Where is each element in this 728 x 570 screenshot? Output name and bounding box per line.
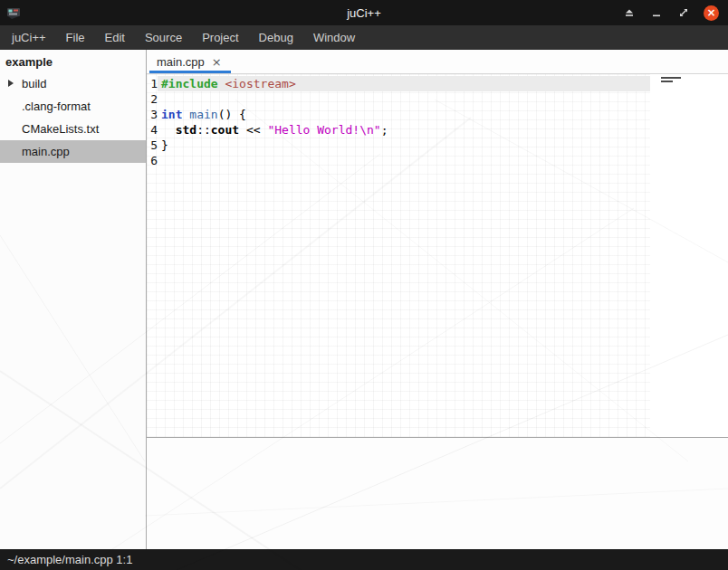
- tab-bar: main.cpp×: [147, 50, 728, 74]
- status-file-position: ~/example/main.cpp 1:1: [7, 553, 132, 566]
- code-lines: 1#include <iostream>23int main() {4 std:…: [147, 74, 650, 437]
- minimap-line: [661, 77, 681, 79]
- tab-label: main.cpp: [157, 55, 205, 69]
- menu-item-edit[interactable]: Edit: [95, 26, 135, 49]
- tab-close-icon[interactable]: ×: [212, 56, 222, 68]
- status-bar: ~/example/main.cpp 1:1: [0, 549, 728, 570]
- tree-root-folder[interactable]: example: [0, 50, 146, 72]
- close-button[interactable]: ×: [704, 5, 719, 21]
- menu-item-juci[interactable]: juCi++: [2, 26, 56, 49]
- tab-main-cpp[interactable]: main.cpp×: [149, 50, 231, 73]
- tree-item-main-cpp[interactable]: main.cpp: [0, 140, 146, 163]
- code-line[interactable]: 4 std::cout << "Hello World!\n";: [147, 122, 650, 138]
- code-text: std::cout << "Hello World!\n";: [158, 122, 650, 138]
- code-text: [158, 153, 650, 168]
- minimize-button[interactable]: [649, 5, 664, 20]
- code-line[interactable]: 6: [147, 153, 650, 168]
- line-number: 6: [147, 153, 158, 168]
- tree-item-label: build: [22, 77, 46, 90]
- tree-item-label: .clang-format: [22, 100, 91, 113]
- code-text: [158, 91, 650, 107]
- menu-item-debug[interactable]: Debug: [249, 26, 303, 49]
- code-text: int main() {: [158, 107, 650, 122]
- content-area: example build.clang-formatCMakeLists.txt…: [0, 50, 728, 549]
- menu-item-source[interactable]: Source: [135, 26, 192, 49]
- code-line[interactable]: 3int main() {: [147, 107, 650, 122]
- line-number: 3: [147, 107, 158, 122]
- restore-button[interactable]: [676, 5, 691, 20]
- tree-item-cmakelists-txt[interactable]: CMakeLists.txt: [0, 118, 146, 140]
- expander-triangle-icon[interactable]: [8, 80, 14, 87]
- editor-column: main.cpp× 1#include <iostream>23int main…: [147, 50, 728, 549]
- tree-item-build[interactable]: build: [0, 72, 146, 95]
- tree-items: build.clang-formatCMakeLists.txtmain.cpp: [0, 72, 146, 163]
- tree-item-label: CMakeLists.txt: [22, 122, 99, 136]
- line-number: 2: [147, 91, 158, 107]
- code-line[interactable]: 1#include <iostream>: [147, 76, 650, 91]
- menu-item-window[interactable]: Window: [303, 26, 365, 49]
- minimap[interactable]: [661, 77, 681, 82]
- menu-item-project[interactable]: Project: [192, 26, 248, 49]
- titlebar: juCi++ ×: [0, 0, 728, 25]
- menubar: juCi++FileEditSourceProjectDebugWindow: [0, 25, 728, 50]
- code-editor[interactable]: 1#include <iostream>23int main() {4 std:…: [147, 74, 728, 437]
- minimap-line: [661, 81, 673, 82]
- app-window: juCi++ × juCi: [0, 0, 728, 570]
- app-icon: [6, 5, 23, 20]
- close-icon: ×: [706, 7, 715, 18]
- code-text: }: [158, 138, 650, 153]
- line-number: 4: [147, 122, 158, 138]
- terminal-panel[interactable]: [147, 438, 728, 549]
- code-line[interactable]: 2: [147, 91, 650, 107]
- code-line[interactable]: 5}: [147, 138, 650, 153]
- window-controls: ×: [622, 5, 728, 21]
- window-title: juCi++: [0, 6, 728, 20]
- eject-button[interactable]: [622, 5, 637, 20]
- tree-item-label: main.cpp: [22, 145, 70, 158]
- line-number: 5: [147, 138, 158, 153]
- tree-item-clang-format[interactable]: .clang-format: [0, 95, 146, 118]
- menu-item-file[interactable]: File: [56, 26, 95, 49]
- line-number: 1: [147, 76, 158, 91]
- code-text: #include <iostream>: [158, 76, 650, 91]
- file-tree: example build.clang-formatCMakeLists.txt…: [0, 50, 147, 549]
